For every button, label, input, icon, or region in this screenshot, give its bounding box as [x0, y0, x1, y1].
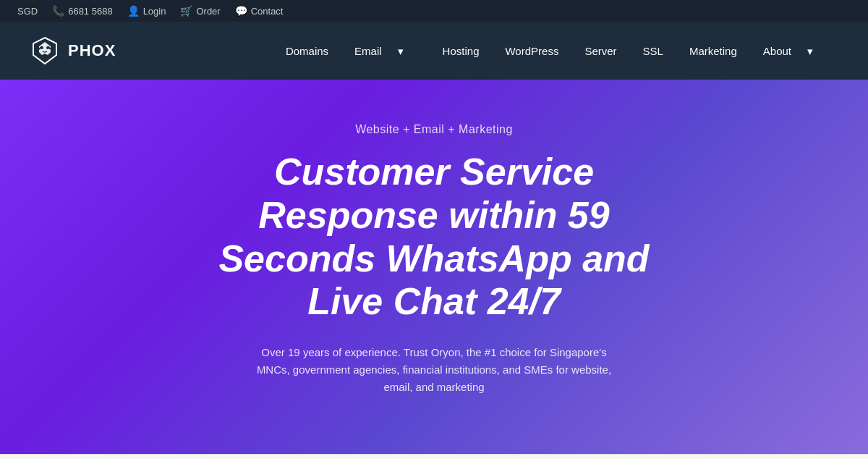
logo[interactable]: PHOX	[29, 35, 116, 67]
phone-icon: 📞	[52, 5, 64, 17]
chevron-down-icon-about: ▾	[794, 25, 826, 78]
nav-item-domains[interactable]: Domains	[273, 25, 341, 77]
nav-item-marketing[interactable]: Marketing	[676, 25, 750, 77]
nav-item-wordpress[interactable]: WordPress	[492, 25, 571, 77]
nav-item-hosting[interactable]: Hosting	[430, 25, 493, 77]
chevron-down-icon: ▾	[385, 25, 417, 78]
nav-link-marketing[interactable]: Marketing	[676, 25, 750, 77]
svg-point-0	[41, 46, 43, 49]
hero-title: Customer Service Response within 59 Seco…	[210, 151, 658, 324]
login-label: Login	[143, 6, 166, 17]
phone-number: 6681 5688	[68, 6, 112, 17]
navbar: PHOX Domains Email ▾ Hosting WordPress S…	[0, 22, 868, 80]
user-icon: 👤	[127, 5, 140, 17]
nav-link-domains[interactable]: Domains	[273, 25, 341, 77]
nav-link-about[interactable]: About ▾	[750, 4, 839, 98]
nav-link-email[interactable]: Email ▾	[341, 4, 430, 98]
login-link[interactable]: 👤 Login	[127, 5, 166, 17]
hero-section: Website + Email + Marketing Customer Ser…	[0, 80, 868, 454]
order-label: Order	[196, 6, 220, 17]
nav-link-server[interactable]: Server	[571, 25, 629, 77]
cart-icon: 🛒	[180, 5, 192, 17]
nav-item-email[interactable]: Email ▾	[341, 4, 430, 98]
nav-link-hosting[interactable]: Hosting	[430, 25, 493, 77]
nav-item-ssl[interactable]: SSL	[630, 25, 676, 77]
domain-bar: .com fr SG$15 .sg fr SG$5 .com.sg fr SG$…	[0, 454, 868, 459]
nav-links: Domains Email ▾ Hosting WordPress Server…	[273, 4, 839, 98]
phone-link[interactable]: 📞 6681 5688	[52, 5, 112, 17]
nav-item-about[interactable]: About ▾	[750, 4, 839, 98]
currency-label: SGD	[17, 6, 38, 17]
hero-description: Over 19 years of experience. Trust Oryon…	[246, 344, 622, 396]
currency-selector[interactable]: SGD	[17, 6, 38, 17]
nav-link-wordpress[interactable]: WordPress	[492, 25, 571, 77]
logo-icon	[29, 35, 61, 67]
hero-subtitle: Website + Email + Marketing	[355, 123, 513, 136]
nav-link-ssl[interactable]: SSL	[630, 25, 676, 77]
svg-point-1	[46, 46, 49, 49]
order-link[interactable]: 🛒 Order	[180, 5, 220, 17]
logo-text: PHOX	[68, 41, 116, 60]
chat-icon: 💬	[235, 5, 247, 17]
nav-item-server[interactable]: Server	[571, 25, 629, 77]
